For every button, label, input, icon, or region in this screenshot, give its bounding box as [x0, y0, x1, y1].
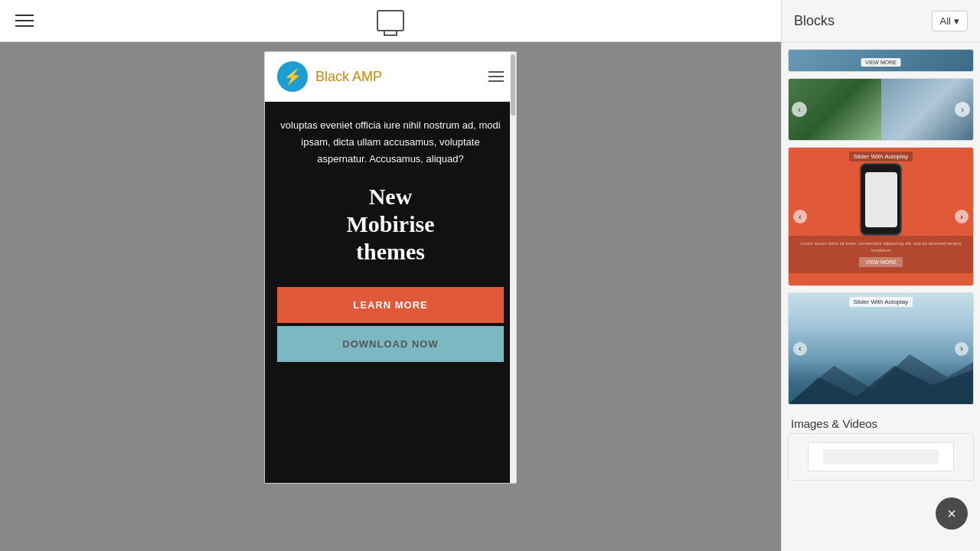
preview-content: voluptas eveniet officia iure nihil nost… — [265, 102, 516, 483]
chevron-down-icon: ▾ — [954, 15, 959, 27]
monitor-view-button[interactable] — [377, 10, 404, 31]
block-card-slider-autoplay-mountain[interactable]: Slider With Autoplay ‹ › — [788, 292, 974, 405]
mountain-svg — [789, 350, 973, 404]
slider-image-pair — [789, 79, 973, 140]
blocks-filter-dropdown[interactable]: All ▾ — [932, 11, 968, 31]
preview-heading: New Mobirise themes — [277, 183, 504, 266]
scrollbar-thumb — [511, 54, 515, 116]
preview-scrollbar[interactable] — [510, 52, 516, 483]
canvas-area: ⚡ Black AMP voluptas eveniet officia iur… — [0, 0, 781, 551]
view-more-label: VIEW MORE — [861, 58, 901, 67]
slider-autoplay-label-1: Slider With Autoplay — [849, 152, 913, 161]
logo-icon: ⚡ — [277, 61, 308, 92]
mountain-slider-next[interactable]: › — [955, 342, 969, 356]
menu-button[interactable] — [15, 15, 34, 27]
preview-header: ⚡ Black AMP — [265, 52, 516, 102]
panel-blocks-list[interactable]: VIEW MORE ‹ › Slider With Autoplay — [782, 43, 980, 551]
right-panel: Blocks All ▾ VIEW MORE ‹ › Slider — [781, 0, 980, 551]
monitor-icon — [377, 10, 404, 31]
block-card-slider[interactable]: ‹ › — [788, 78, 974, 141]
block-card-images-videos[interactable] — [788, 433, 974, 481]
preview-nav-button[interactable] — [488, 71, 504, 82]
preview-frame: ⚡ Black AMP voluptas eveniet officia iur… — [264, 51, 517, 484]
slider-autoplay-btn[interactable]: VIEW MORE — [859, 257, 903, 267]
panel-header: Blocks All ▾ — [782, 0, 980, 43]
slider-prev-button[interactable]: ‹ — [792, 102, 807, 117]
close-fab-button[interactable]: × — [936, 497, 968, 530]
svg-marker-1 — [789, 366, 973, 404]
slider-images: ‹ › — [789, 79, 973, 140]
preview-logo: ⚡ Black AMP — [277, 61, 382, 92]
toolbar — [0, 0, 781, 42]
slider-next-button[interactable]: › — [955, 102, 970, 117]
download-button[interactable]: DOWNLOAD NOW — [277, 326, 504, 362]
block-card-slider-autoplay-orange[interactable]: Slider With Autoplay ‹ › Lorem ipsum dol… — [788, 147, 974, 286]
logo-text: Black AMP — [315, 69, 382, 85]
slider-autoplay-label-2: Slider With Autoplay — [849, 297, 913, 307]
mountain-slider-prev[interactable]: ‹ — [793, 342, 807, 356]
preview-body-text: voluptas eveniet officia iure nihil nost… — [277, 117, 504, 168]
panel-title: Blocks — [794, 13, 835, 29]
slider-autoplay-desc: Lorem ipsum dolor sit amet, consectetur … — [795, 240, 967, 254]
slider-autoplay-prev[interactable]: ‹ — [793, 210, 807, 223]
block-card-top-partial[interactable]: VIEW MORE — [788, 49, 974, 72]
slider-autoplay-next[interactable]: › — [955, 210, 969, 223]
images-videos-section-label: Images & Videos — [788, 411, 974, 433]
learn-more-button[interactable]: LEARN MORE — [277, 287, 504, 323]
